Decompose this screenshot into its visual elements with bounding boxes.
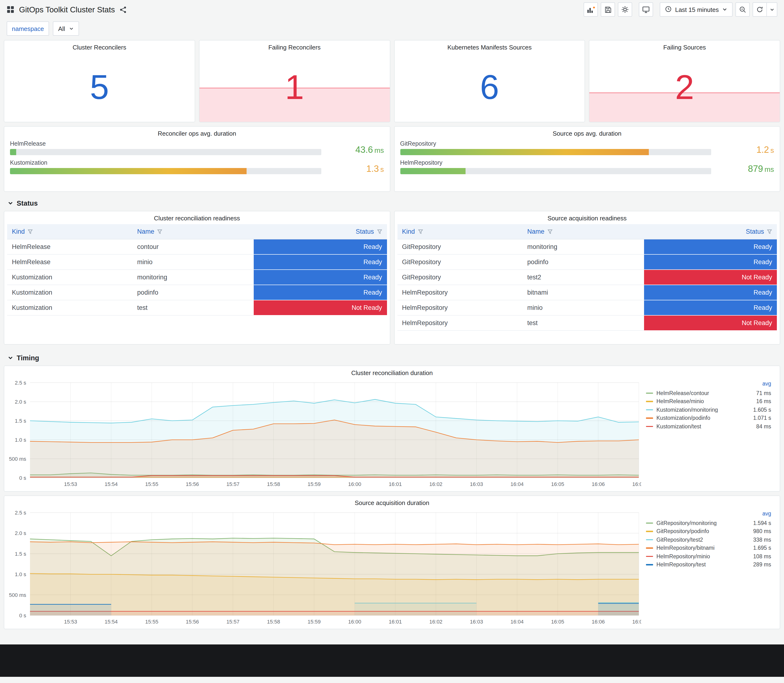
- filter-funnel-icon[interactable]: [377, 229, 382, 234]
- refresh-button[interactable]: [753, 2, 767, 17]
- section-row-status[interactable]: Status: [4, 194, 780, 211]
- panel-title[interactable]: Failing Reconcilers: [266, 40, 322, 52]
- series-color-icon: [646, 401, 653, 402]
- legend-avg-header[interactable]: avg: [646, 381, 771, 389]
- legend-item[interactable]: Kustomization/monitoring1.605 s: [646, 406, 771, 414]
- add-panel-button[interactable]: [584, 2, 598, 17]
- series-name: HelmRepository/test: [656, 562, 745, 568]
- series-name: Kustomization/podinfo: [656, 415, 745, 421]
- svg-text:16:06: 16:06: [592, 481, 605, 487]
- svg-text:15:54: 15:54: [105, 619, 118, 625]
- stat-panel-cluster-reconcilers: Cluster Reconcilers 5: [4, 40, 195, 122]
- panel-title[interactable]: Reconciler ops avg. duration: [4, 127, 390, 138]
- svg-text:16:03: 16:03: [470, 619, 483, 625]
- status-badge: Not Ready: [644, 315, 777, 330]
- name-cell: test: [523, 315, 644, 330]
- panel-title[interactable]: Cluster Reconcilers: [71, 40, 128, 52]
- timeseries-plot[interactable]: 0 s500 ms1.0 s1.5 s2.0 s2.5 s15:5315:541…: [7, 378, 641, 489]
- status-badge: Ready: [254, 285, 387, 300]
- svg-text:1.0 s: 1.0 s: [15, 571, 26, 577]
- gauge-bar: [10, 149, 16, 155]
- filter-funnel-icon[interactable]: [27, 229, 33, 234]
- svg-text:500 ms: 500 ms: [9, 456, 26, 462]
- series-avg-value: 289 ms: [748, 562, 771, 568]
- time-range-picker[interactable]: Last 15 minutes: [660, 2, 733, 17]
- series-color-icon: [646, 556, 653, 557]
- svg-text:15:59: 15:59: [308, 481, 321, 487]
- gauge-bar: [400, 168, 465, 174]
- filter-funnel-icon[interactable]: [418, 229, 423, 234]
- kind-cell: HelmRepository: [397, 315, 523, 330]
- svg-text:16:04: 16:04: [510, 481, 524, 487]
- apps-grid-icon[interactable]: [6, 6, 14, 13]
- series-avg-value: 980 ms: [748, 529, 771, 534]
- panel-title[interactable]: Source acquisition duration: [4, 496, 780, 508]
- table-row: GitRepositorymonitoringReady: [397, 239, 777, 254]
- column-header-status[interactable]: Status: [254, 224, 387, 239]
- stat-value: 2: [675, 70, 694, 104]
- variable-namespace-value: All: [58, 25, 65, 32]
- legend-item[interactable]: HelmRepository/bitnami1.695 s: [646, 544, 771, 552]
- series-color-icon: [646, 547, 653, 548]
- svg-text:16:01: 16:01: [389, 481, 402, 487]
- gauge-value: 1.3s: [328, 164, 384, 174]
- table-row: HelmReleasecontourReady: [7, 239, 387, 254]
- timeseries-plot[interactable]: 0 s500 ms1.0 s1.5 s2.0 s2.5 s15:5315:541…: [7, 508, 641, 627]
- gauge-value: 43.6ms: [328, 145, 384, 155]
- kind-cell: HelmRepository: [397, 300, 523, 315]
- series-name: Kustomization/monitoring: [656, 407, 745, 413]
- table-row: HelmReleaseminioReady: [7, 254, 387, 269]
- panel-title[interactable]: Cluster reconciliation duration: [4, 366, 780, 378]
- name-cell: bitnami: [523, 285, 644, 300]
- readiness-table: KindNameStatus GitRepositorymonitoringRe…: [397, 224, 777, 331]
- svg-text:16:01: 16:01: [389, 619, 402, 625]
- chart-legend: avgGitRepository/monitoring1.594 sGitRep…: [641, 508, 777, 569]
- series-name: GitRepository/monitoring: [656, 520, 745, 526]
- panel-title[interactable]: Failing Sources: [661, 40, 708, 52]
- gauge-row-gitrepository: GitRepository 1.2s: [400, 140, 774, 155]
- legend-item[interactable]: GitRepository/test2338 ms: [646, 535, 771, 544]
- variable-namespace-select[interactable]: All: [53, 21, 79, 36]
- section-row-timing[interactable]: Timing: [4, 346, 780, 366]
- svg-text:15:55: 15:55: [145, 481, 158, 487]
- column-header-kind[interactable]: Kind: [7, 224, 132, 239]
- panel-title[interactable]: Kubernetes Manifests Sources: [446, 40, 534, 52]
- stat-panel-failing-sources: Failing Sources 2: [589, 40, 781, 122]
- zoom-out-button[interactable]: [736, 2, 750, 17]
- share-icon[interactable]: [120, 6, 127, 13]
- legend-avg-header[interactable]: avg: [646, 511, 771, 519]
- panel-title[interactable]: Source ops avg. duration: [394, 127, 780, 138]
- status-badge: Ready: [254, 269, 387, 285]
- svg-text:1.5 s: 1.5 s: [15, 418, 26, 424]
- dashboard-settings-button[interactable]: [618, 2, 632, 17]
- kind-cell: Kustomization: [7, 285, 132, 300]
- filter-funnel-icon[interactable]: [767, 229, 772, 234]
- column-header-kind[interactable]: Kind: [397, 224, 523, 239]
- refresh-interval-dropdown[interactable]: [767, 2, 778, 17]
- legend-item[interactable]: Kustomization/podinfo1.071 s: [646, 414, 771, 422]
- chevron-down-icon: [8, 355, 13, 361]
- panel-title[interactable]: Cluster reconciliation readiness: [4, 211, 390, 223]
- legend-item[interactable]: HelmRelease/minio16 ms: [646, 397, 771, 406]
- column-header-name[interactable]: Name: [132, 224, 254, 239]
- status-badge: Not Ready: [644, 269, 777, 285]
- save-dashboard-button[interactable]: [601, 2, 615, 17]
- series-avg-value: 1.695 s: [748, 545, 771, 551]
- legend-item[interactable]: HelmRelease/contour71 ms: [646, 389, 771, 397]
- legend-item[interactable]: HelmRepository/minio108 ms: [646, 552, 771, 560]
- legend-item[interactable]: HelmRepository/test289 ms: [646, 560, 771, 569]
- column-header-status[interactable]: Status: [644, 224, 777, 239]
- kind-cell: HelmRelease: [7, 254, 132, 269]
- cycle-view-mode-button[interactable]: [639, 2, 653, 17]
- legend-item[interactable]: GitRepository/podinfo980 ms: [646, 527, 771, 535]
- filter-funnel-icon[interactable]: [157, 229, 162, 234]
- legend-item[interactable]: Kustomization/test84 ms: [646, 422, 771, 431]
- gauge-row-helmrelease: HelmRelease 43.6ms: [10, 140, 384, 155]
- readiness-table: KindNameStatus HelmReleasecontourReadyHe…: [7, 224, 387, 316]
- filter-funnel-icon[interactable]: [547, 229, 552, 234]
- legend-item[interactable]: GitRepository/monitoring1.594 s: [646, 519, 771, 527]
- svg-text:15:56: 15:56: [186, 619, 199, 625]
- column-header-name[interactable]: Name: [523, 224, 644, 239]
- series-color-icon: [646, 417, 653, 418]
- panel-title[interactable]: Source acquisition readiness: [394, 211, 780, 223]
